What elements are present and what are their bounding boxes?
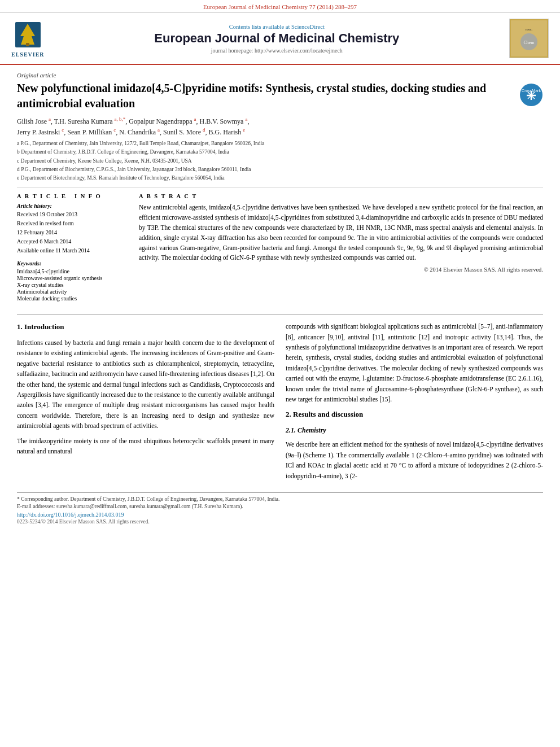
paper-content: Original article New polyfunctional imid… (0, 65, 560, 536)
section2-para: We describe here an efficient method for… (286, 439, 543, 481)
affiliation-c: c Department of Chemistry, Keene State C… (17, 157, 543, 165)
author-sean: Sean (67, 128, 80, 136)
section1-para1: Infections caused by bacteria and fungi … (17, 338, 274, 431)
paper-title: New polyfunctional imidazo[4,5-C]pyridin… (17, 81, 519, 111)
section21-heading: 2.1. Chemistry (286, 425, 543, 436)
section1-heading: 1. Introduction (17, 321, 274, 333)
elsevier-brand-label: ELSEVIER (11, 51, 45, 58)
contents-text: Contents lists available at (229, 24, 290, 30)
journal-citation-bar: European Journal of Medicinal Chemistry … (0, 0, 560, 13)
keywords-title: Keywords: (17, 260, 130, 267)
affiliations-block: a P.G., Department of Chemistry, Jain Un… (17, 139, 543, 187)
accepted-row: Accepted 6 March 2014 (17, 238, 130, 246)
corresponding-author-note: * Corresponding author. Department of Ch… (17, 496, 543, 502)
abstract-col: A B S T R A C T New antimicrobial agents… (139, 193, 543, 307)
svg-text:Chem: Chem (523, 40, 535, 45)
article-info-abstract-block: A R T I C L E I N F O Article history: R… (17, 193, 543, 307)
issn-line: 0223-5234/© 2014 Elsevier Masson SAS. Al… (17, 519, 543, 525)
section1-para2: The imidazopyridine moiety is one of the… (17, 436, 274, 457)
journal-homepage: journal homepage: http://www.elsevier.co… (45, 47, 509, 54)
affiliation-b: b Department of Chemistry, J.B.D.T. Coll… (17, 148, 543, 156)
received-revised-row: Received in revised form (17, 220, 130, 228)
affiliation-a: a P.G., Department of Chemistry, Jain Un… (17, 139, 543, 147)
received-row: Received 19 October 2013 (17, 211, 130, 219)
keywords-block: Keywords: Imidazo[4,5-c]pyridine Microwa… (17, 260, 130, 302)
section1-right-para: compounds with significant biological ap… (286, 321, 543, 404)
kw-5: Molecular docking studies (17, 295, 130, 302)
kw-3: X-ray crystal studies (17, 282, 130, 288)
journal-title: European Journal of Medicinal Chemistry (45, 31, 509, 46)
footnotes-block: * Corresponding author. Department of Ch… (17, 492, 543, 525)
contents-available-line: Contents lists available at ScienceDirec… (45, 24, 509, 30)
authors-line: Gilish Jose a, T.H. Suresha Kumara a, b,… (17, 116, 543, 137)
affiliation-e: e Department of Biotechnology, M.S. Rama… (17, 174, 543, 182)
elsevier-tree-icon (12, 19, 43, 50)
kw-1: Imidazo[4,5-c]pyridine (17, 268, 130, 274)
kw-2: Microwave-assisted organic synthesis (17, 275, 130, 281)
affiliation-d: d P.G., Department of Biochemistry, C.P.… (17, 165, 543, 173)
elsevier-logo: ELSEVIER (11, 19, 45, 58)
doi-link[interactable]: http://dx.doi.org/10.1016/j.ejmech.2014.… (17, 512, 543, 518)
body-left-col: 1. Introduction Infections caused by bac… (17, 321, 274, 486)
copyright-line: © 2014 Elsevier Masson SAS. All rights r… (139, 267, 543, 273)
section2-heading: 2. Results and discussion (286, 409, 543, 421)
section-divider (17, 314, 543, 314)
paper-title-block: New polyfunctional imidazo[4,5-C]pyridin… (17, 81, 543, 111)
journal-cover-thumbnail: EJMC Chem (509, 19, 549, 58)
svg-rect-2 (26, 43, 29, 46)
crossmark-logo[interactable]: CrossMark (519, 83, 543, 107)
article-history-title: Article history: (17, 203, 130, 209)
author-more: More (186, 128, 201, 136)
svg-text:EJMC: EJMC (526, 28, 533, 31)
article-info-col: A R T I C L E I N F O Article history: R… (17, 193, 130, 307)
journal-header: ELSEVIER Contents lists available at Sci… (0, 13, 560, 65)
journal-citation-text: European Journal of Medicinal Chemistry … (203, 3, 357, 10)
article-info-label: A R T I C L E I N F O (17, 193, 130, 199)
journal-title-block: Contents lists available at ScienceDirec… (45, 24, 509, 54)
kw-4: Antimicrobial activity (17, 289, 130, 295)
article-history-block: Article history: Received 19 October 201… (17, 203, 130, 255)
available-online-row: Available online 11 March 2014 (17, 247, 130, 255)
article-type: Original article (17, 72, 543, 78)
email-note: E-mail addresses: suresha.kumara@rediffm… (17, 504, 543, 509)
body-right-col: compounds with significant biological ap… (286, 321, 543, 486)
body-two-col: 1. Introduction Infections caused by bac… (17, 321, 543, 486)
sciencedirect-link[interactable]: ScienceDirect (291, 24, 325, 30)
abstract-text: New antimicrobial agents, imidazo[4,5-c]… (139, 203, 543, 263)
revised-date-row: 12 February 2014 (17, 229, 130, 237)
conjunction-and: and (37, 448, 46, 455)
abstract-label: A B S T R A C T (139, 193, 543, 199)
